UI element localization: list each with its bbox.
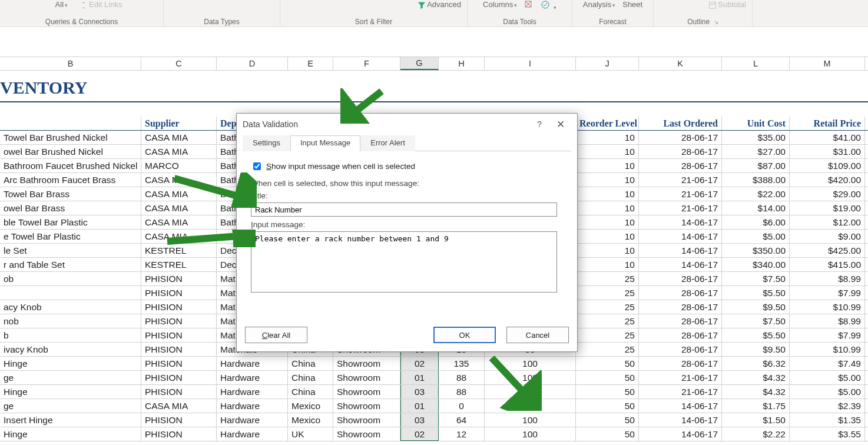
- cell[interactable]: 100: [485, 413, 576, 427]
- col-header-D[interactable]: D: [217, 57, 288, 70]
- cell[interactable]: 10: [576, 131, 639, 144]
- cell[interactable]: $10.99: [790, 300, 865, 314]
- cell[interactable]: $3.55: [790, 427, 865, 441]
- cell[interactable]: CASA MIA: [141, 399, 217, 413]
- col-header-C[interactable]: C: [141, 57, 217, 70]
- cell[interactable]: Hardware: [217, 399, 288, 413]
- cell[interactable]: r and Table Set: [0, 258, 141, 271]
- cell[interactable]: 02: [400, 427, 439, 441]
- cell[interactable]: 50: [576, 413, 639, 427]
- cell[interactable]: PHISION: [141, 314, 217, 328]
- cell[interactable]: 10: [576, 201, 639, 215]
- cell[interactable]: 10: [576, 145, 639, 158]
- cell[interactable]: $7.99: [790, 328, 865, 342]
- cell[interactable]: Showroom: [333, 413, 400, 427]
- cell[interactable]: 25: [576, 343, 639, 356]
- data-validation-icon[interactable]: [541, 0, 556, 11]
- cell[interactable]: Mexico: [288, 399, 333, 413]
- cell[interactable]: Showroom: [333, 357, 400, 370]
- cell[interactable]: 03: [400, 413, 439, 427]
- title-input[interactable]: [251, 202, 557, 217]
- cell[interactable]: $340.00: [722, 258, 790, 271]
- cell[interactable]: 02: [400, 357, 439, 370]
- cell[interactable]: 25: [576, 300, 639, 314]
- col-header-F[interactable]: F: [333, 57, 400, 70]
- col-header-M[interactable]: M: [790, 57, 865, 70]
- cell[interactable]: b: [0, 328, 141, 342]
- cell[interactable]: Hinge: [0, 427, 141, 441]
- cell[interactable]: $7.99: [790, 286, 865, 300]
- cell[interactable]: PHISION: [141, 328, 217, 342]
- col-header-J[interactable]: J: [576, 57, 639, 70]
- dialog-close-button[interactable]: ✕: [550, 118, 571, 131]
- table-row[interactable]: HingePHISIONHardwareChinaShowroom0388100…: [0, 385, 868, 399]
- ok-button[interactable]: OK: [433, 327, 496, 343]
- cell[interactable]: $5.50: [722, 286, 790, 300]
- cell[interactable]: 28-06-17: [639, 131, 722, 144]
- cell[interactable]: $27.00: [722, 145, 790, 158]
- tab-settings[interactable]: Settings: [243, 135, 290, 151]
- cell[interactable]: 10: [576, 173, 639, 187]
- cell[interactable]: ble Towel Bar Plastic: [0, 215, 141, 229]
- cell[interactable]: $5.00: [790, 385, 865, 398]
- cell[interactable]: 14-06-17: [639, 244, 722, 257]
- cell[interactable]: 28-06-17: [639, 300, 722, 314]
- cell[interactable]: Hinge: [0, 357, 141, 370]
- cell[interactable]: KESTREL: [141, 258, 217, 271]
- col-header-G[interactable]: G: [400, 57, 439, 70]
- table-row[interactable]: gePHISIONHardwareChinaShowroom0188100502…: [0, 371, 868, 385]
- cell[interactable]: 10: [576, 187, 639, 201]
- col-header-B[interactable]: B: [0, 57, 141, 70]
- cell[interactable]: le Set: [0, 244, 141, 257]
- cell[interactable]: $6.32: [722, 357, 790, 370]
- cell[interactable]: 14-06-17: [639, 230, 722, 243]
- cell[interactable]: e Towel Bar Plastic: [0, 230, 141, 243]
- cell[interactable]: 25: [576, 328, 639, 342]
- cell[interactable]: $420.00: [790, 173, 865, 187]
- col-header-I[interactable]: I: [485, 57, 576, 70]
- cell[interactable]: $9.50: [722, 343, 790, 356]
- cell[interactable]: China: [288, 371, 333, 384]
- cell[interactable]: $4.32: [722, 385, 790, 398]
- tab-input-message[interactable]: Input Message: [290, 135, 360, 151]
- cell[interactable]: 14-06-17: [639, 413, 722, 427]
- cell[interactable]: $415.00: [790, 258, 865, 271]
- forecast-sheet-button[interactable]: Sheet: [622, 0, 642, 9]
- cell[interactable]: 14-06-17: [639, 399, 722, 413]
- cell[interactable]: $19.00: [790, 201, 865, 215]
- cell[interactable]: $5.00: [722, 230, 790, 243]
- cell[interactable]: CASA MIA: [141, 131, 217, 144]
- cell[interactable]: ivacy Knob: [0, 343, 141, 356]
- cell[interactable]: Hardware: [217, 385, 288, 398]
- cell[interactable]: owel Bar Brass: [0, 201, 141, 215]
- cell[interactable]: 28-06-17: [639, 286, 722, 300]
- cell[interactable]: 28-06-17: [639, 272, 722, 285]
- cell[interactable]: $350.00: [722, 244, 790, 257]
- cell[interactable]: Insert Hinge: [0, 413, 141, 427]
- cell[interactable]: PHISION: [141, 413, 217, 427]
- cell[interactable]: CASA MIA: [141, 215, 217, 229]
- cell[interactable]: 88: [439, 371, 485, 384]
- cell[interactable]: ge: [0, 371, 141, 384]
- cell[interactable]: 25: [576, 286, 639, 300]
- remove-duplicates-icon[interactable]: [524, 0, 534, 11]
- cell[interactable]: [0, 286, 141, 300]
- cell[interactable]: $7.50: [722, 272, 790, 285]
- text-to-columns-button[interactable]: Columns: [483, 0, 517, 9]
- cell[interactable]: 14-06-17: [639, 258, 722, 271]
- cell[interactable]: PHISION: [141, 371, 217, 384]
- cell[interactable]: $9.00: [790, 230, 865, 243]
- cell[interactable]: $388.00: [722, 173, 790, 187]
- show-input-message-check[interactable]: [253, 162, 261, 170]
- cell[interactable]: Hardware: [217, 371, 288, 384]
- cell[interactable]: Hardware: [217, 357, 288, 370]
- show-input-message-checkbox[interactable]: Show input message when cell is selected: [251, 161, 563, 172]
- cell[interactable]: PHISION: [141, 286, 217, 300]
- cell[interactable]: 03: [400, 385, 439, 398]
- cell[interactable]: PHISION: [141, 343, 217, 356]
- cell[interactable]: MARCO: [141, 159, 217, 172]
- cell[interactable]: China: [288, 357, 333, 370]
- cell[interactable]: $22.00: [722, 187, 790, 201]
- cell[interactable]: $41.00: [790, 131, 865, 144]
- cell[interactable]: Bathroom Faucet Brushed Nickel: [0, 159, 141, 172]
